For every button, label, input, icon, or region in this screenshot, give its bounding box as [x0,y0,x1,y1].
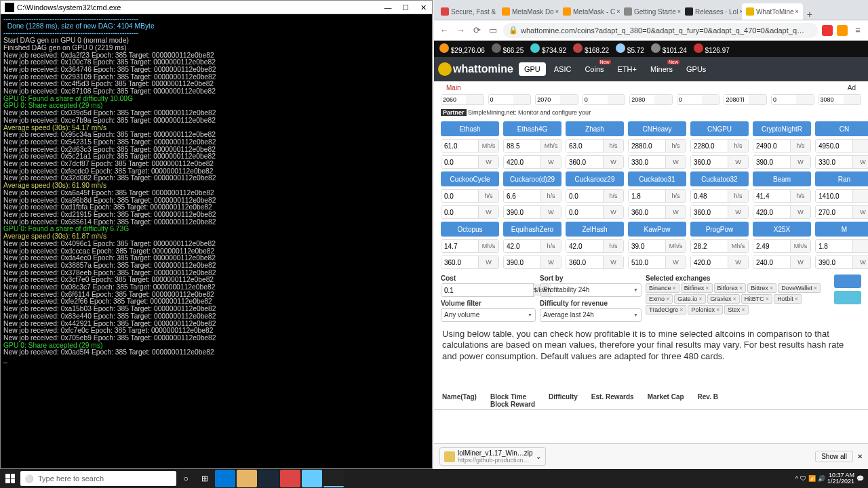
table-column-header[interactable]: Est. Rewards [591,393,634,408]
watt-input[interactable]: W [815,155,868,169]
start-button[interactable] [0,469,20,488]
nav-asic[interactable]: ASIC [549,62,577,76]
hashrate-input[interactable]: h/s [690,189,749,203]
algo-cn[interactable]: CN [815,121,868,136]
watt-input[interactable]: W [690,256,749,269]
main-tab[interactable]: Main [441,83,467,93]
watt-input[interactable]: W [628,256,686,269]
hashrate-input[interactable]: h/s [690,139,749,152]
exchange-chip[interactable]: TradeOgre× [646,305,686,314]
notepad-app[interactable] [302,470,322,487]
nav-eth+[interactable]: ETH+ [612,62,642,76]
close-button[interactable]: ✕ [414,1,432,14]
hashrate-input[interactable]: h/s [503,239,561,253]
algo-ethash4g[interactable]: Ethash4G [503,121,561,136]
volume-icon[interactable]: 🔊 [818,475,825,482]
download-item[interactable]: lolMiner_v1.17_Win…zip https://github-pr… [439,447,546,466]
hashrate-input[interactable]: Mh/s [441,139,499,152]
exchange-chip[interactable]: Bitfinex× [681,283,713,293]
explorer-app[interactable] [237,470,257,487]
algo-kawpow[interactable]: KawPow [628,222,686,237]
hashrate-input[interactable] [815,139,868,152]
algo-cuckaroo(d)29[interactable]: Cuckaroo(d)29 [503,171,561,186]
task-view-icon[interactable]: ⊞ [195,469,214,488]
gpu-count-input[interactable] [818,94,862,105]
algo-octopus[interactable]: Octopus [441,222,499,237]
maximize-button[interactable]: ☐ [397,1,414,14]
reload-button[interactable]: ⟳ [471,24,483,37]
metamask-ext-icon[interactable] [837,25,848,36]
forward-button[interactable]: → [454,24,467,37]
nav-miners[interactable]: MinersNew [645,62,678,76]
hashrate-input[interactable]: Mh/s [690,239,749,253]
algo-cryptonightr[interactable]: CryptoNightR [753,121,811,136]
hashrate-input[interactable] [815,239,868,253]
url-input[interactable]: 🔒 whattomine.com/coins?adapt_q_380=0&ada… [503,23,818,38]
browser-tab[interactable]: Getting Starte× [620,3,681,20]
hashrate-input[interactable]: h/s [566,189,624,203]
table-column-header[interactable]: Block Time Block Reward [490,393,535,408]
watt-input[interactable]: W [628,205,686,219]
exchange-chip[interactable]: HitBTC× [741,294,772,304]
exchange-chip[interactable]: Exmo× [646,294,673,304]
browser-tab[interactable]: WhatToMine× [742,3,803,20]
algo-ethash[interactable]: Ethash [441,121,499,136]
minimize-button[interactable]: — [379,1,397,14]
watt-input[interactable]: W [815,256,868,269]
algo-zhash[interactable]: Zhash [566,121,624,136]
brave-app[interactable] [280,470,300,487]
browser-tab[interactable]: MetaMask Do× [498,3,559,20]
terminal-titlebar[interactable]: C:\Windows\system32\cmd.exe — ☐ ✕ [1,1,432,14]
cortana-icon[interactable]: ○ [176,469,195,488]
watt-input[interactable]: W [753,155,811,169]
watt-input[interactable]: W [566,256,624,269]
watt-input[interactable]: W [503,155,561,169]
hashrate-input[interactable] [815,189,868,203]
watt-input[interactable]: W [566,155,624,169]
secondary-button[interactable] [834,291,861,304]
chevron-down-icon[interactable]: ⌄ [536,453,541,460]
gpu-count-input[interactable] [724,94,767,105]
gpu-count-input[interactable] [583,94,626,105]
browser-tab[interactable]: Releases · Lol× [681,3,742,20]
watt-input[interactable]: W [690,155,749,169]
wifi-icon[interactable]: 📶 [808,475,816,482]
exchange-chip[interactable]: Bitforex× [714,283,747,293]
exchange-chip[interactable]: Hotbit× [774,294,802,304]
close-download-bar[interactable]: ✕ [857,453,863,460]
hashrate-input[interactable]: Mh/s [503,139,561,152]
browser-tab[interactable]: MetaMask - C× [559,3,620,20]
back-button[interactable]: ← [438,24,450,37]
notifications-icon[interactable]: 💬 [856,475,864,482]
gpu-count-input[interactable] [441,94,484,105]
algo-cuckarooz29[interactable]: Cuckarooz29 [566,171,624,186]
edge-app[interactable] [215,470,235,487]
hashrate-input[interactable]: h/s [628,139,686,152]
nav-gpus[interactable]: GPUs [681,62,711,76]
hashrate-input[interactable]: h/s [753,139,811,152]
algo-m[interactable]: M [815,222,868,237]
algo-cuckatoo32[interactable]: Cuckatoo32 [690,171,749,186]
hashrate-input[interactable]: Mh/s [753,239,811,253]
steam-app[interactable] [258,470,279,487]
hashrate-input[interactable]: Mh/s [628,239,686,253]
gpu-count-input[interactable] [488,94,532,105]
algo-cngpu[interactable]: CNGPU [690,121,749,136]
watt-input[interactable]: W [566,205,624,219]
algo-cuckoocycle[interactable]: CuckooCycle [441,171,499,186]
algo-equihashzero[interactable]: EquihashZero [503,222,561,237]
table-column-header[interactable]: Name(Tag) [442,393,477,408]
watt-input[interactable]: W [503,205,561,219]
adapt-tab[interactable]: Ad [842,83,861,93]
site-logo[interactable]: whattomine [438,62,513,76]
algo-progpow[interactable]: ProgPow [690,222,749,237]
nav-coins[interactable]: CoinsNew [579,62,609,76]
exchange-chip[interactable]: Gate.io× [674,294,705,304]
exchange-chip[interactable]: DoveWallet× [778,283,821,293]
exchange-chip[interactable]: Graviex× [707,294,740,304]
table-column-header[interactable]: Market Cap [648,393,684,408]
brave-icon[interactable] [822,25,833,36]
security-icon[interactable]: 🛡 [800,475,806,482]
hashrate-input[interactable]: h/s [753,189,811,203]
algo-ran[interactable]: Ran [815,171,868,186]
